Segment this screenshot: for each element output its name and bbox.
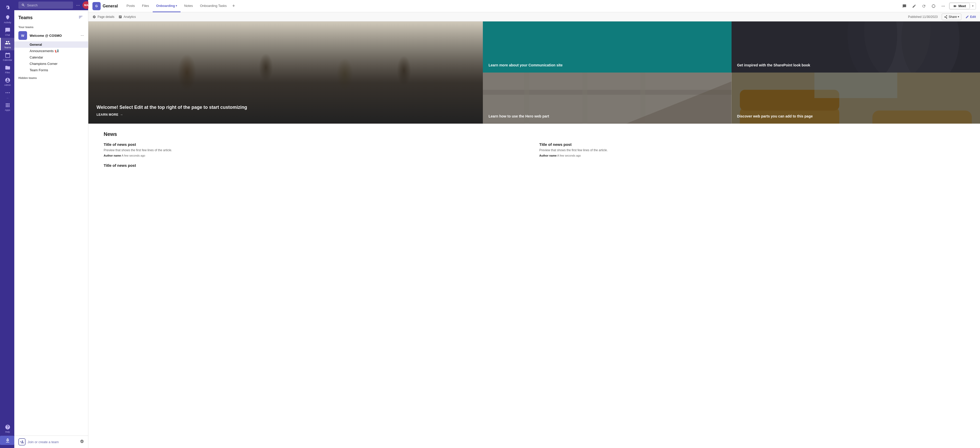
share-label: Share <box>948 15 957 19</box>
share-dropdown-icon[interactable]: ▾ <box>958 15 959 18</box>
analytics-button[interactable]: Analytics <box>118 15 136 19</box>
channel-name-team-forms: Team Forms <box>30 68 48 72</box>
channel-name-heading: General <box>103 4 118 8</box>
page-details-label: Page details <box>97 15 115 19</box>
tab-dropdown-icon[interactable]: ▾ <box>176 4 177 7</box>
video-icon <box>953 4 957 8</box>
topbar-right: ··· MA <box>76 1 90 9</box>
sidebar-item-admin[interactable]: Admin <box>0 75 14 88</box>
channel-item-team-forms[interactable]: Team Forms <box>14 67 88 73</box>
team-more-button[interactable]: ··· <box>81 33 84 38</box>
icon-bar-bottom: Help <box>0 422 14 448</box>
search-box[interactable] <box>18 2 73 9</box>
download-button[interactable] <box>0 436 14 445</box>
search-input[interactable] <box>27 3 70 7</box>
sidebar-item-apps[interactable]: Apps <box>0 100 14 113</box>
topbar-ellipsis-icon[interactable]: ··· <box>76 3 80 8</box>
news-item-2-author: Author name <box>539 154 557 157</box>
tab-files[interactable]: Files <box>138 0 153 12</box>
team-item-welcome[interactable]: W Welcome @ COSMO ··· <box>14 30 88 41</box>
sidebar-item-more[interactable]: ... <box>0 88 14 100</box>
hero-card-2-title: Get inspired with the SharePoint look bo… <box>737 63 974 67</box>
news-item-1-meta: Author name A few seconds ago <box>104 154 529 157</box>
meet-dropdown-button[interactable]: ▾ <box>970 4 976 8</box>
add-tab-button[interactable]: + <box>230 3 237 9</box>
edit-label: Edit <box>970 15 976 19</box>
share-icon <box>944 15 948 19</box>
tab-posts[interactable]: Posts <box>123 0 138 12</box>
files-label: Files <box>5 71 10 74</box>
hero-card-3[interactable]: Learn how to use the Hero web part <box>483 73 731 124</box>
svg-point-4 <box>943 6 944 6</box>
news-item-1-author: Author name <box>104 154 121 157</box>
tab-bar-right: Meet ▾ <box>900 2 976 10</box>
channel-avatar-small: G <box>92 2 100 10</box>
hero-card-4-title: Discover web parts you can add to this p… <box>737 114 974 118</box>
news-item-1-title[interactable]: Title of news post <box>104 142 529 147</box>
hero-main[interactable]: Welcome! Select Edit at the top right of… <box>88 21 483 124</box>
help-label: Help <box>5 430 10 433</box>
share-button[interactable]: Share ▾ <box>942 14 961 20</box>
chat-label: Chat <box>5 34 10 36</box>
edit-pencil-icon[interactable] <box>910 2 918 10</box>
news-item-2-preview: Preview that shows the first few lines o… <box>539 148 965 153</box>
news-item-2-time: A few seconds ago <box>557 154 581 157</box>
sidebar-item-help[interactable]: Help <box>0 422 14 435</box>
news-item-2-title[interactable]: Title of news post <box>539 142 965 147</box>
meet-button[interactable]: Meet <box>949 3 970 9</box>
news-item-3-title[interactable]: Title of news post <box>104 163 529 167</box>
refresh-icon[interactable] <box>920 2 928 10</box>
sidebar-item-teams[interactable]: Teams <box>0 38 14 50</box>
chat-bubble-icon[interactable] <box>900 2 908 10</box>
sidebar-item-calendar[interactable]: Calendar <box>0 50 14 63</box>
meet-button-group: Meet ▾ <box>949 3 976 10</box>
sidebar-item-files[interactable]: Files <box>0 63 14 75</box>
news-item-3: Title of news post <box>104 163 529 169</box>
tab-onboarding[interactable]: Onboarding ▾ <box>153 0 181 12</box>
channel-item-general[interactable]: General <box>14 41 88 48</box>
hero-card-4[interactable]: Discover web parts you can add to this p… <box>732 73 980 124</box>
tab-onboarding-tasks[interactable]: Onboarding Tasks <box>196 0 230 12</box>
icon-bar: Activity Chat Teams Calendar <box>0 0 14 448</box>
sidebar-item-activity[interactable]: Activity <box>0 13 14 25</box>
join-create-label: Join or create a team <box>27 440 59 444</box>
filter-icon <box>78 15 83 19</box>
hero-card-1[interactable]: Learn more about your Communication site <box>483 21 731 73</box>
join-create-settings-icon[interactable] <box>80 439 84 445</box>
news-section: News Title of news post Preview that sho… <box>88 124 980 177</box>
news-section-title: News <box>104 131 965 137</box>
main-content: G General Posts Files Onboarding ▾ Notes… <box>88 0 980 448</box>
page-details-bar: Page details Analytics Published 11/30/2… <box>88 12 980 21</box>
channel-item-announcements[interactable]: Announcements 📢 <box>14 48 88 54</box>
app-logo[interactable] <box>0 2 14 13</box>
join-create-team-button[interactable]: Join or create a team <box>18 438 77 445</box>
hero-arrow-icon: → <box>120 113 123 116</box>
filter-button[interactable] <box>77 14 84 21</box>
news-item-2: Title of news post Preview that shows th… <box>539 142 965 157</box>
svg-point-5 <box>944 6 945 6</box>
svg-point-3 <box>942 6 942 6</box>
tab-ellipsis-icon[interactable] <box>939 2 947 10</box>
hero-card-2[interactable]: Get inspired with the SharePoint look bo… <box>732 21 980 73</box>
hero-card-1-title: Learn more about your Communication site <box>488 63 726 67</box>
page-details-button[interactable]: Page details <box>92 15 115 19</box>
tab-notes[interactable]: Notes <box>181 0 196 12</box>
channel-item-champions-corner[interactable]: Champions Corner <box>14 61 88 67</box>
news-grid: Title of news post Preview that shows th… <box>104 142 965 169</box>
content-area: Welcome! Select Edit at the top right of… <box>88 21 980 448</box>
globe-icon[interactable] <box>930 2 937 10</box>
hidden-teams-label: Hidden teams <box>14 73 88 80</box>
sidebar-item-chat[interactable]: Chat <box>0 25 14 38</box>
edit-button[interactable]: Edit <box>966 15 976 19</box>
channel-name-announcements: Announcements 📢 <box>30 49 59 53</box>
channel-tab-bar: G General Posts Files Onboarding ▾ Notes… <box>88 0 980 12</box>
channel-item-calendar[interactable]: Calendar <box>14 54 88 61</box>
hero-learn-more-link[interactable]: LEARN MORE → <box>97 113 475 116</box>
hero-main-title: Welcome! Select Edit at the top right of… <box>97 104 475 110</box>
channel-name-calendar: Calendar <box>30 56 43 59</box>
analytics-icon <box>118 15 122 19</box>
news-item-1-preview: Preview that shows the first few lines o… <box>104 148 529 153</box>
apps-label: Apps <box>5 109 10 112</box>
news-item-2-meta: Author name A few seconds ago <box>539 154 965 157</box>
your-teams-label: Your teams <box>14 24 88 30</box>
